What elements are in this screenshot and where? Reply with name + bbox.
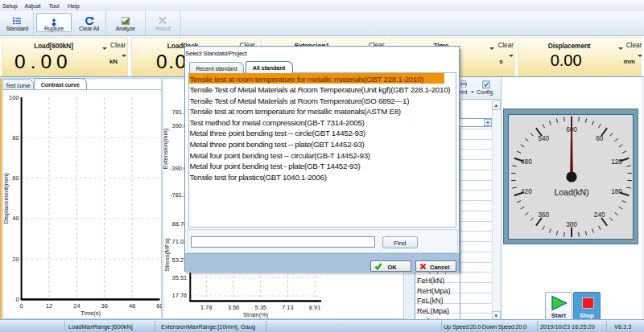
svg-text:360: 360 <box>538 211 549 219</box>
svg-text:240: 240 <box>594 211 605 219</box>
svg-text:480: 480 <box>521 158 532 166</box>
svg-text:Load(kN): Load(kN) <box>554 187 588 197</box>
svg-text:60: 60 <box>596 135 604 142</box>
svg-text:24: 24 <box>73 302 80 309</box>
svg-text:40: 40 <box>12 215 19 222</box>
svg-text:7.13: 7.13 <box>282 304 294 311</box>
svg-text:420: 420 <box>521 188 532 195</box>
svg-text:5.35: 5.35 <box>254 304 266 311</box>
svg-text:3.56: 3.56 <box>228 304 240 311</box>
svg-text:60: 60 <box>156 302 162 309</box>
svg-text:60: 60 <box>12 174 19 182</box>
svg-text:180: 180 <box>611 188 622 195</box>
svg-text:80: 80 <box>12 134 19 141</box>
svg-text:12: 12 <box>45 302 52 309</box>
svg-text:Time(s): Time(s) <box>80 309 101 317</box>
svg-text:300: 300 <box>566 221 577 228</box>
svg-text:0: 0 <box>19 302 23 309</box>
svg-text:1.78: 1.78 <box>200 304 213 311</box>
svg-text:35.51: 35.51 <box>172 274 188 281</box>
svg-text:120: 120 <box>611 158 622 166</box>
svg-text:540: 540 <box>538 135 549 142</box>
svg-text:17.76: 17.76 <box>172 292 188 299</box>
svg-text:100: 100 <box>9 94 19 101</box>
svg-text:Stress(MPa): Stress(MPa) <box>163 238 171 272</box>
svg-text:0: 0 <box>15 296 19 303</box>
svg-text:48: 48 <box>128 302 134 309</box>
svg-text:36: 36 <box>101 302 107 309</box>
svg-text:20: 20 <box>12 256 19 263</box>
svg-text:Displacement(mm): Displacement(mm) <box>2 173 10 223</box>
svg-text:Strain(%): Strain(%) <box>243 311 269 318</box>
svg-text:Extension(mm): Extension(mm) <box>163 128 169 169</box>
svg-text:8.91: 8.91 <box>309 304 321 311</box>
